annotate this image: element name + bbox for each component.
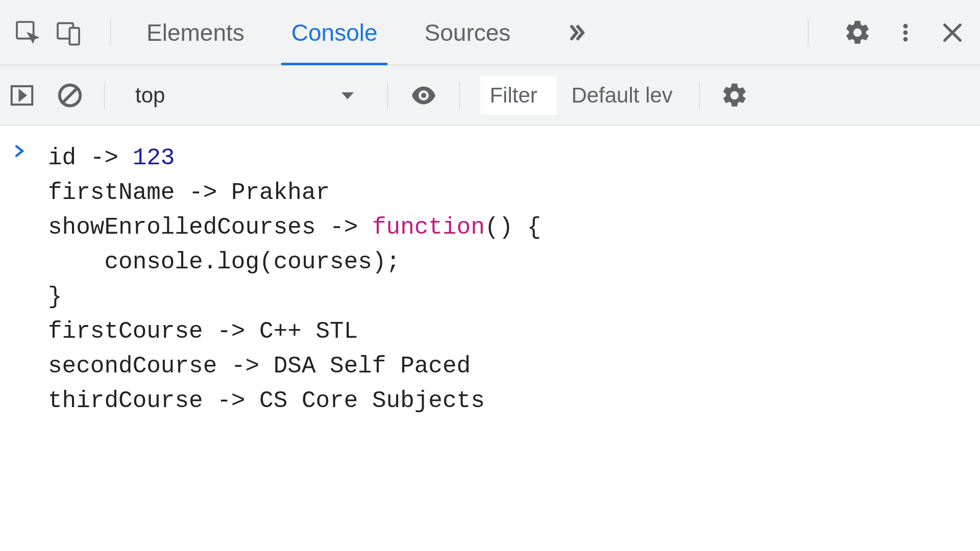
device-toggle-icon[interactable] xyxy=(54,18,83,47)
live-expression-icon[interactable] xyxy=(408,80,439,111)
svg-point-3 xyxy=(903,23,908,28)
filter-input[interactable] xyxy=(480,76,557,115)
divider xyxy=(387,82,388,109)
close-icon[interactable] xyxy=(939,19,966,46)
log-levels[interactable]: Default lev xyxy=(565,83,678,108)
top-tabs: Elements Console Sources xyxy=(0,0,980,65)
console-settings-icon[interactable] xyxy=(720,81,749,110)
console-code[interactable]: id -> 123 firstName -> Prakhar showEnrol… xyxy=(48,141,541,418)
console-output: id -> 123 firstName -> Prakhar showEnrol… xyxy=(0,126,980,434)
divider xyxy=(808,19,808,46)
context-selector[interactable]: top xyxy=(125,79,367,112)
divider xyxy=(699,82,700,109)
console-toolbar: top Default lev xyxy=(0,65,980,126)
context-label: top xyxy=(135,83,165,108)
console-entry: id -> 123 firstName -> Prakhar showEnrol… xyxy=(0,138,980,421)
tab-elements[interactable]: Elements xyxy=(123,0,268,65)
settings-icon[interactable] xyxy=(843,18,872,47)
divider xyxy=(459,82,460,109)
svg-point-5 xyxy=(903,37,908,41)
tab-sources[interactable]: Sources xyxy=(401,0,534,65)
dropdown-icon xyxy=(338,86,357,105)
svg-point-4 xyxy=(903,30,908,35)
divider xyxy=(104,82,105,109)
svg-point-8 xyxy=(421,93,426,98)
kebab-menu-icon[interactable] xyxy=(894,18,917,47)
sidebar-toggle-icon[interactable] xyxy=(8,82,36,109)
svg-rect-2 xyxy=(69,28,79,44)
more-tabs-icon[interactable] xyxy=(565,20,589,45)
divider xyxy=(110,19,111,46)
inspect-element-icon[interactable] xyxy=(13,18,42,47)
clear-console-icon[interactable] xyxy=(56,82,84,109)
tab-console[interactable]: Console xyxy=(268,0,401,65)
prompt-indicator-icon xyxy=(12,141,33,161)
